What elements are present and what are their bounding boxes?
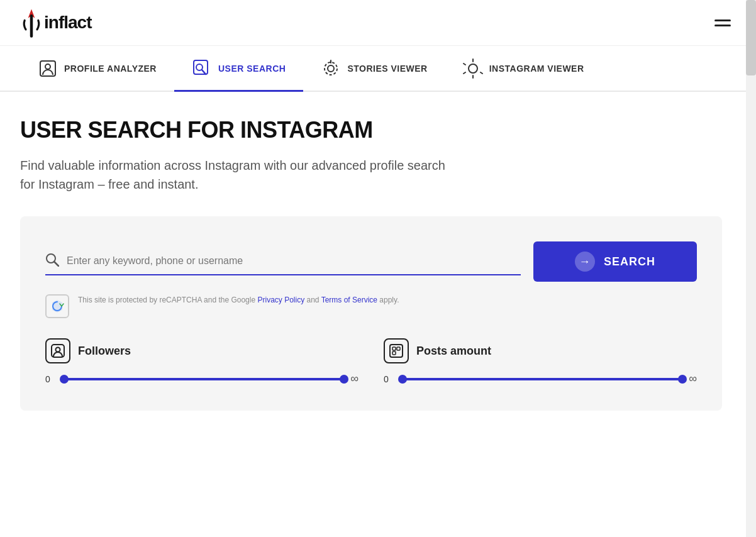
privacy-policy-link[interactable]: Privacy Policy <box>257 296 304 304</box>
main-content: USER SEARCH FOR INSTAGRAM Find valuable … <box>0 92 742 411</box>
search-row: → SEARCH <box>45 241 697 282</box>
stories-viewer-icon <box>321 58 341 79</box>
svg-rect-20 <box>397 347 400 350</box>
logo-text: inflact <box>44 13 91 33</box>
tab-profile-analyzer[interactable]: PROFILE ANALYZER <box>20 46 174 92</box>
tab-instagram-viewer[interactable]: INSTAGRAM VIEWER <box>445 46 602 92</box>
posts-min-value: 0 <box>384 374 396 384</box>
tab-stories-viewer[interactable]: STORIES VIEWER <box>303 46 445 92</box>
scrollbar[interactable] <box>746 0 756 411</box>
nav-tabs: PROFILE ANALYZER USER SEARCH STORIES VIE… <box>0 46 756 92</box>
header: inflact <box>0 0 756 46</box>
filter-followers: Followers 0 ∞ <box>45 338 359 385</box>
svg-point-8 <box>469 64 477 73</box>
terms-of-service-link[interactable]: Terms of Service <box>321 296 377 304</box>
hamburger-menu[interactable] <box>709 14 736 31</box>
svg-line-4 <box>202 70 206 74</box>
hamburger-line-1 <box>714 19 731 21</box>
search-input-wrapper <box>45 248 521 275</box>
search-icon <box>45 253 59 269</box>
svg-rect-19 <box>392 347 396 350</box>
svg-rect-18 <box>390 345 403 357</box>
filter-followers-label-row: Followers <box>45 338 359 363</box>
instagram-viewer-icon <box>463 58 483 79</box>
recaptcha-logo <box>45 294 69 318</box>
followers-slider-left-handle[interactable] <box>60 375 69 384</box>
followers-slider[interactable] <box>64 378 344 380</box>
page-subtitle: Find valuable information across Instagr… <box>20 156 460 194</box>
search-button-label: SEARCH <box>604 255 655 268</box>
hamburger-line-2 <box>714 25 731 26</box>
followers-icon <box>45 338 70 363</box>
scrollbar-thumb[interactable] <box>746 0 756 75</box>
search-button[interactable]: → SEARCH <box>533 241 697 282</box>
recaptcha-text: This site is protected by reCAPTCHA and … <box>78 294 399 306</box>
filter-posts-label-row: Posts amount <box>384 338 697 363</box>
followers-slider-row: 0 ∞ <box>45 372 359 385</box>
posts-slider[interactable] <box>403 378 682 380</box>
search-input[interactable] <box>67 255 521 267</box>
svg-point-17 <box>56 348 60 352</box>
user-search-icon <box>192 58 212 79</box>
tab-label: STORIES VIEWER <box>347 64 427 74</box>
svg-point-5 <box>325 62 337 75</box>
posts-slider-row: 0 ∞ <box>384 372 697 385</box>
search-arrow-icon: → <box>575 252 595 272</box>
svg-point-6 <box>328 65 334 72</box>
filter-row: Followers 0 ∞ <box>45 338 697 385</box>
svg-point-1 <box>45 64 50 69</box>
posts-slider-right-handle[interactable] <box>678 375 687 384</box>
posts-slider-left-handle[interactable] <box>398 375 407 384</box>
posts-amount-label: Posts amount <box>416 345 491 358</box>
svg-line-12 <box>481 72 482 74</box>
tab-label: INSTAGRAM VIEWER <box>489 64 584 74</box>
posts-icon <box>384 338 409 363</box>
followers-min-value: 0 <box>45 374 58 384</box>
followers-max-value: ∞ <box>350 372 359 385</box>
svg-rect-21 <box>392 352 396 355</box>
tab-label: USER SEARCH <box>218 64 286 74</box>
followers-slider-right-handle[interactable] <box>340 375 348 384</box>
filter-posts-amount: Posts amount 0 ∞ <box>384 338 697 385</box>
svg-line-13 <box>464 72 465 74</box>
recaptcha-row: This site is protected by reCAPTCHA and … <box>45 294 697 318</box>
followers-label: Followers <box>78 345 131 358</box>
posts-max-value: ∞ <box>689 372 697 385</box>
tab-user-search[interactable]: USER SEARCH <box>174 46 303 92</box>
profile-analyzer-icon <box>38 58 58 79</box>
search-area: → SEARCH This site is protected by reCAP… <box>20 216 722 411</box>
svg-line-15 <box>54 262 58 266</box>
svg-line-11 <box>464 64 465 65</box>
logo[interactable]: inflact <box>20 8 91 38</box>
tab-label: PROFILE ANALYZER <box>64 64 157 74</box>
page-title: USER SEARCH FOR INSTAGRAM <box>20 117 722 143</box>
